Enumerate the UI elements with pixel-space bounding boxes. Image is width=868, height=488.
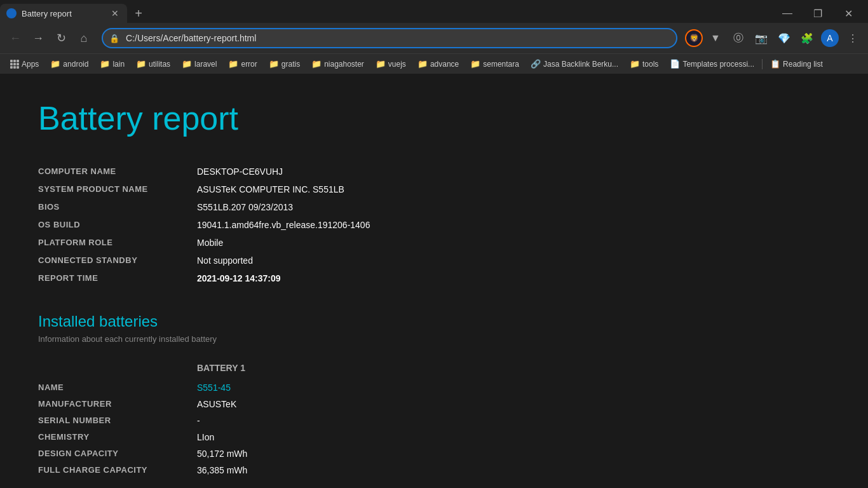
info-row: CONNECTED STANDBY Not supported xyxy=(38,252,830,269)
info-row: SYSTEM PRODUCT NAME ASUSTeK COMPUTER INC… xyxy=(38,180,830,198)
folder-icon: 📁 xyxy=(269,59,279,69)
bookmark-label: niagahoster xyxy=(324,60,364,69)
bookmark-error[interactable]: 📁 error xyxy=(223,57,262,72)
section-title: Installed batteries xyxy=(38,313,830,330)
info-value: 19041.1.amd64fre.vb_release.191206-1406 xyxy=(197,220,370,230)
home-button[interactable]: ⌂ xyxy=(74,28,94,48)
bookmark-advance[interactable]: 📁 advance xyxy=(412,57,464,72)
info-value: ASUSTeK COMPUTER INC. S551LB xyxy=(197,184,344,194)
extensions-icon[interactable]: 🧩 xyxy=(797,28,817,48)
apps-grid-icon xyxy=(10,60,19,69)
battery-value: LIon xyxy=(197,432,214,442)
info-value: S551LB.207 09/23/2013 xyxy=(197,202,293,212)
info-label: REPORT TIME xyxy=(38,273,197,283)
separator xyxy=(762,59,763,69)
bookmark-templates[interactable]: 📄 Templates processi... xyxy=(665,57,759,72)
installed-batteries-section: Installed batteries Information about ea… xyxy=(38,313,830,478)
info-label: OS BUILD xyxy=(38,220,197,230)
folder-icon: 📁 xyxy=(182,59,192,69)
bookmark-utilitas[interactable]: 📁 utilitas xyxy=(131,57,175,72)
folder-icon: 📁 xyxy=(228,59,238,69)
active-tab[interactable]: Battery report ✕ xyxy=(0,4,127,23)
tab-bar: Battery report ✕ + — ❐ ✕ xyxy=(0,0,868,23)
rewards-icon[interactable]: ⓪ xyxy=(728,28,749,48)
battery-row: MANUFACTURER ASUSTeK xyxy=(38,396,830,412)
info-label: SYSTEM PRODUCT NAME xyxy=(38,184,197,194)
bookmark-label: advance xyxy=(430,60,459,69)
profile-avatar[interactable]: A xyxy=(821,29,839,47)
reading-list-button[interactable]: 📋 Reading list xyxy=(765,57,828,72)
battery-value: - xyxy=(197,416,200,426)
info-row: COMPUTER NAME DESKTOP-CE6VUHJ xyxy=(38,163,830,180)
bookmark-label: sementara xyxy=(483,60,519,69)
bookmark-apps[interactable]: Apps xyxy=(5,57,44,72)
battery-label: FULL CHARGE CAPACITY xyxy=(38,465,197,475)
toolbar-icons: 🦁 ▼ ⓪ 📷 💎 🧩 A ⋮ xyxy=(685,28,863,48)
bookmark-laravel[interactable]: 📁 laravel xyxy=(177,57,222,72)
bookmark-label: Jasa Backlink Berku... xyxy=(543,60,618,69)
templates-icon: 📄 xyxy=(670,59,680,69)
folder-icon: 📁 xyxy=(470,59,480,69)
address-lock-icon: 🔒 xyxy=(109,34,119,43)
new-tab-button[interactable]: + xyxy=(130,4,147,22)
forward-button[interactable]: → xyxy=(28,28,48,48)
battery-label: CHEMISTRY xyxy=(38,432,197,442)
menu-icon[interactable]: ⋮ xyxy=(843,28,863,48)
bookmark-label: android xyxy=(63,60,88,69)
bookmark-label: Templates processi... xyxy=(682,60,754,69)
info-label: PLATFORM ROLE xyxy=(38,238,197,248)
bookmark-android[interactable]: 📁 android xyxy=(45,57,93,72)
bookmark-niagahoster[interactable]: 📁 niagahoster xyxy=(306,57,369,72)
maximize-button[interactable]: ❐ xyxy=(803,4,832,23)
battery-value: S551-45 xyxy=(197,383,231,393)
battery-row: FULL CHARGE CAPACITY 36,385 mWh xyxy=(38,462,830,478)
bookmark-label: vuejs xyxy=(388,60,406,69)
bookmark-jasa-backlink[interactable]: 🔗 Jasa Backlink Berku... xyxy=(526,57,623,72)
bookmark-gratis[interactable]: 📁 gratis xyxy=(264,57,305,72)
info-label: CONNECTED STANDBY xyxy=(38,255,197,266)
section-subtitle: Information about each currently install… xyxy=(38,334,830,344)
battery-label: DESIGN CAPACITY xyxy=(38,449,197,459)
window-controls: — ❐ ✕ xyxy=(773,4,868,23)
battery-row: NAME S551-45 xyxy=(38,379,830,396)
bookmark-sementara[interactable]: 📁 sementara xyxy=(465,57,524,72)
link-icon: 🔗 xyxy=(531,59,541,69)
address-input[interactable] xyxy=(102,28,677,48)
reload-button[interactable]: ↻ xyxy=(51,28,71,48)
bookmark-label: utilitas xyxy=(149,60,170,69)
battery-header: BATTERY 1 xyxy=(197,363,830,373)
bookmark-label: error xyxy=(241,60,257,69)
tab-favicon xyxy=(6,8,17,18)
battery-label: MANUFACTURER xyxy=(38,399,197,409)
battery-value: ASUSTeK xyxy=(197,399,236,409)
tab-close-button[interactable]: ✕ xyxy=(109,8,121,19)
reading-list-icon: 📋 xyxy=(770,59,780,69)
apps-label: Apps xyxy=(22,60,39,69)
info-row: REPORT TIME 2021-09-12 14:37:09 xyxy=(38,269,830,287)
brave-shield-icon[interactable]: 🦁 xyxy=(685,29,703,47)
battery-label: NAME xyxy=(38,383,197,393)
info-row: BIOS S551LB.207 09/23/2013 xyxy=(38,198,830,216)
page-content: Battery report COMPUTER NAME DESKTOP-CE6… xyxy=(0,74,868,488)
vpn-icon[interactable]: ▼ xyxy=(705,28,726,48)
browser-toolbar: ← → ↻ ⌂ 🔒 🦁 ▼ ⓪ 📷 💎 🧩 A ⋮ xyxy=(0,23,868,53)
info-row: OS BUILD 19041.1.amd64fre.vb_release.191… xyxy=(38,216,830,234)
back-button[interactable]: ← xyxy=(5,28,25,48)
address-bar-container: 🔒 xyxy=(102,28,677,48)
close-button[interactable]: ✕ xyxy=(834,4,863,23)
minimize-button[interactable]: — xyxy=(773,4,802,23)
wallet-icon[interactable]: 💎 xyxy=(774,28,794,48)
bookmark-tools[interactable]: 📁 tools xyxy=(625,57,663,72)
folder-icon: 📁 xyxy=(136,59,146,69)
info-row: PLATFORM ROLE Mobile xyxy=(38,234,830,252)
bookmark-vuejs[interactable]: 📁 vuejs xyxy=(370,57,411,72)
info-label: BIOS xyxy=(38,202,197,212)
battery-label: SERIAL NUMBER xyxy=(38,416,197,426)
info-value: Not supported xyxy=(197,255,253,266)
battery-row: SERIAL NUMBER - xyxy=(38,412,830,429)
bookmark-label: lain xyxy=(112,60,125,69)
profile-icon[interactable]: A xyxy=(820,28,840,48)
bookmark-lain[interactable]: 📁 lain xyxy=(95,57,130,72)
info-value: Mobile xyxy=(197,238,223,248)
screenshot-icon[interactable]: 📷 xyxy=(751,28,771,48)
